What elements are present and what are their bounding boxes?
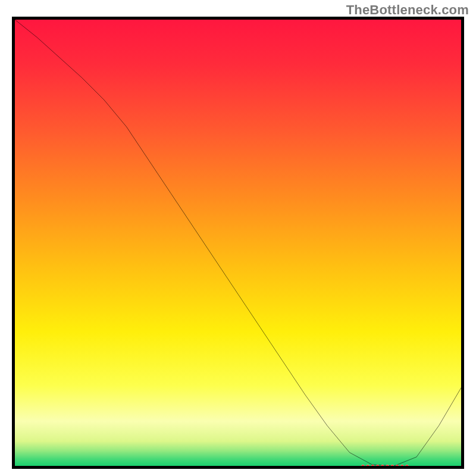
- bottleneck-curve: [15, 20, 461, 466]
- watermark-text: TheBottleneck.com: [346, 2, 469, 18]
- plot-frame: ●●●●●●●●●●: [12, 17, 464, 469]
- minimum-marker: ●●●●●●●●●●: [361, 462, 409, 469]
- chart-stage: TheBottleneck.com ●●●●●●●●●●: [0, 0, 476, 476]
